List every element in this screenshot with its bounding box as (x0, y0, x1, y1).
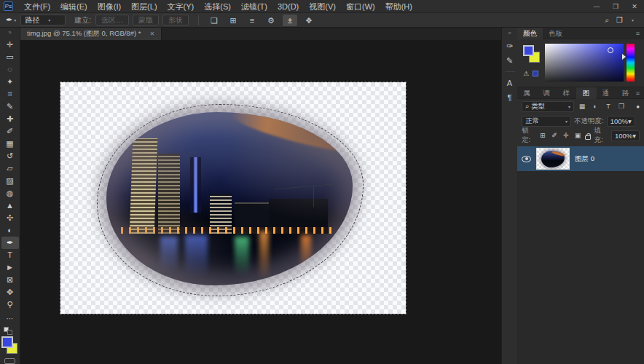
hand-tool[interactable]: ✥ (1, 286, 19, 298)
menu-help[interactable]: 帮助(H) (380, 0, 417, 13)
align-edges-icon[interactable]: ❖ (302, 15, 316, 26)
menu-image[interactable]: 图像(I) (93, 0, 126, 13)
minimize-button[interactable]: — (587, 0, 606, 13)
tab-layers[interactable]: 图层 (576, 87, 596, 99)
make-mask-button[interactable]: 蒙版 (133, 15, 159, 25)
panel-menu-icon[interactable]: ≡ (636, 90, 640, 97)
history-brush-tool[interactable]: ↺ (1, 150, 19, 162)
layer-filter-type-select[interactable]: ⌕ 类型 ▾ (522, 101, 574, 112)
foreground-color-swatch[interactable] (1, 336, 13, 348)
clone-stamp-tool[interactable]: ▦ (1, 138, 19, 150)
crop-tool[interactable]: ⌗ (1, 88, 19, 100)
filter-toggle-icon[interactable]: ● (636, 103, 640, 110)
tab-styles[interactable]: 样式 (557, 87, 576, 99)
tab-swatches[interactable]: 色板 (543, 28, 568, 39)
dodge-tool[interactable]: ◐ (1, 224, 19, 237)
toolbar-collapse-icon[interactable]: » (8, 29, 11, 39)
zoom-tool[interactable]: ⚲ (1, 298, 19, 311)
menu-3d[interactable]: 3D(D) (272, 0, 304, 13)
move-tool[interactable]: ✛ (1, 39, 19, 51)
brush-settings-icon[interactable]: ✑ (503, 39, 517, 53)
gradient-tool[interactable]: ▨ (1, 175, 19, 187)
path-arrangement-icon[interactable]: ≡ (245, 15, 259, 26)
lasso-tool[interactable]: ◌ (1, 63, 19, 76)
document-canvas[interactable] (60, 82, 406, 314)
sharpen-tool[interactable]: ▲ (1, 199, 19, 212)
tool-preset-arrow-icon[interactable]: ▾ (14, 17, 16, 23)
menu-file[interactable]: 文件(F) (19, 0, 55, 13)
search-icon[interactable]: ⌕ (605, 16, 609, 25)
close-button[interactable]: ✕ (625, 0, 644, 13)
fill-input[interactable]: 100% ▾ (611, 130, 640, 141)
brushes-icon[interactable]: ✎ (503, 53, 517, 68)
character-panel-icon[interactable]: A (503, 76, 517, 90)
tab-channels[interactable]: 通道 (597, 87, 616, 99)
blend-mode-select[interactable]: 正常 ▾ (522, 116, 571, 127)
color-picker-ring[interactable] (608, 47, 613, 53)
hue-slider-arrow[interactable] (622, 54, 626, 60)
pen-mode-select[interactable]: 路径 ▾ (20, 15, 66, 25)
tab-paths[interactable]: 路径 (616, 87, 636, 99)
gamut-warning-icon[interactable]: ⚠ (523, 70, 529, 77)
layer-row-selected[interactable]: 图层 0 (517, 146, 644, 171)
lock-all-icon[interactable] (585, 135, 590, 140)
edit-toolbar-icon[interactable]: ⋯ (1, 312, 19, 325)
workspace-arrow-icon[interactable]: ▾ (632, 17, 634, 23)
panel-foreground-swatch[interactable] (523, 45, 534, 56)
marquee-tool[interactable]: ▭ (1, 51, 19, 63)
quick-mask-button[interactable] (4, 358, 15, 364)
make-shape-button[interactable]: 形状 (162, 15, 189, 25)
filter-shape-layers-icon[interactable]: ❐ (616, 103, 627, 110)
make-selection-button[interactable]: 选区… (95, 15, 129, 25)
type-tool[interactable]: T (1, 249, 19, 261)
tab-adjustments[interactable]: 调整 (537, 87, 557, 99)
pen-tool[interactable]: ✒ (1, 237, 19, 249)
menu-view[interactable]: 视图(V) (304, 0, 341, 13)
lock-row: 锁定: ⊞ ✐ ✛ ▣ 填充: 100% ▾ (517, 128, 644, 143)
restore-button[interactable]: ❐ (606, 0, 625, 13)
color-field[interactable] (545, 44, 624, 82)
filter-pixel-layers-icon[interactable]: ▦ (577, 103, 587, 110)
eyedropper-tool[interactable]: ✎ (1, 100, 19, 113)
city-night-photo[interactable] (106, 112, 353, 285)
tab-close-icon[interactable]: ✕ (149, 31, 154, 37)
menu-select[interactable]: 选择(S) (199, 0, 236, 13)
lock-pixels-icon[interactable]: ✐ (550, 132, 558, 139)
path-selection-tool[interactable]: ► (1, 261, 19, 274)
auto-add-delete-toggle[interactable]: ± (283, 15, 297, 26)
layer-thumbnail[interactable] (536, 148, 570, 170)
lock-position-icon[interactable]: ✛ (562, 132, 570, 139)
path-alignment-icon[interactable]: ⊞ (226, 15, 240, 26)
blur-tool[interactable]: ◍ (1, 187, 19, 199)
layer-visibility-eye-icon[interactable] (522, 156, 531, 162)
pen-tool-preset-icon[interactable]: ✒ (6, 15, 12, 25)
gear-icon[interactable]: ⚙ (264, 15, 278, 26)
menu-layer[interactable]: 图层(L) (126, 0, 162, 13)
eraser-tool[interactable]: ▱ (1, 162, 19, 175)
path-operations-icon[interactable]: ❏ (207, 15, 221, 26)
brush-tool[interactable]: ✐ (1, 125, 19, 138)
paragraph-panel-icon[interactable]: ¶ (503, 90, 517, 105)
lock-transparency-icon[interactable]: ⊞ (538, 132, 546, 139)
workspace-icon[interactable]: ❒ (616, 16, 623, 24)
lock-artboard-icon[interactable]: ▣ (573, 132, 581, 139)
menu-type[interactable]: 文字(Y) (162, 0, 200, 13)
menu-edit[interactable]: 编辑(E) (55, 0, 93, 13)
hue-slider[interactable] (627, 44, 635, 82)
menu-window[interactable]: 窗口(W) (341, 0, 380, 13)
panel-menu-icon[interactable]: ≡ (636, 30, 640, 37)
smudge-tool[interactable]: ✣ (1, 212, 19, 224)
opacity-input[interactable]: 100% ▾ (607, 116, 635, 127)
tab-properties[interactable]: 属性 (517, 87, 537, 99)
swap-colors-icon[interactable] (4, 327, 17, 335)
dock-collapse-icon[interactable]: « (508, 30, 511, 39)
filter-type-layers-icon[interactable]: T (603, 103, 613, 110)
filter-adjustment-layers-icon[interactable]: ◐ (590, 103, 600, 110)
spot-healing-tool[interactable]: ✚ (1, 113, 19, 125)
shape-tool[interactable]: ⊠ (1, 274, 19, 286)
document-tab[interactable]: timg.jpg @ 75.1% (图层 0, RGB/8#) * ✕ (20, 28, 162, 40)
web-color-cube-icon[interactable] (533, 71, 538, 76)
menu-filter[interactable]: 滤镜(T) (236, 0, 272, 13)
tab-color[interactable]: 颜色 (517, 28, 543, 39)
quick-selection-tool[interactable]: ✦ (1, 76, 19, 88)
